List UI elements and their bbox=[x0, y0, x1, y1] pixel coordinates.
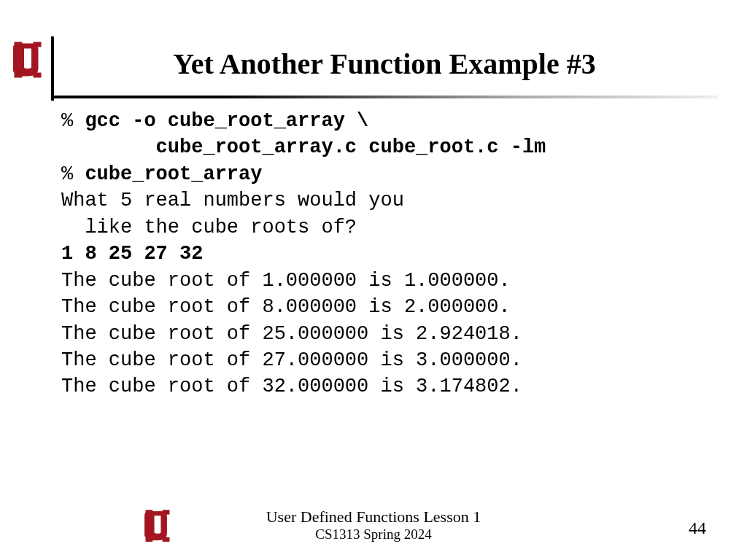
output-line: The cube root of 8.000000 is 2.000000. bbox=[61, 296, 511, 318]
output-line: The cube root of 1.000000 is 1.000000. bbox=[61, 270, 511, 292]
svg-rect-3 bbox=[15, 73, 22, 77]
output-line: What 5 real numbers would you bbox=[61, 190, 404, 211]
cmd-run: cube_root_array bbox=[85, 163, 262, 185]
page-number: 44 bbox=[689, 518, 706, 538]
user-input: 1 8 25 27 32 bbox=[61, 243, 203, 265]
output-line: The cube root of 32.000000 is 3.174802. bbox=[61, 376, 522, 397]
code-block: % gcc -o cube_root_array \ cube_root_arr… bbox=[61, 108, 703, 400]
footer: User Defined Functions Lesson 1 CS1313 S… bbox=[0, 508, 747, 542]
output-line: The cube root of 25.000000 is 2.924018. bbox=[61, 323, 522, 345]
footer-course: CS1313 Spring 2024 bbox=[0, 526, 747, 542]
cmd-gcc-line2: cube_root_array.c cube_root.c -lm bbox=[61, 136, 546, 158]
slide-title: Yet Another Function Example #3 bbox=[51, 47, 718, 81]
title-vertical-rule bbox=[51, 36, 54, 101]
svg-rect-1 bbox=[15, 42, 22, 47]
title-area: Yet Another Function Example #3 bbox=[51, 36, 718, 81]
svg-rect-2 bbox=[34, 42, 41, 47]
cmd-gcc-line1: gcc -o cube_root_array \ bbox=[85, 110, 368, 132]
output-line: The cube root of 27.000000 is 3.000000. bbox=[61, 349, 522, 371]
title-horizontal-rule bbox=[51, 96, 718, 98]
svg-rect-4 bbox=[34, 73, 41, 77]
prompt: % bbox=[61, 163, 85, 185]
ou-logo-top bbox=[13, 41, 42, 83]
footer-title: User Defined Functions Lesson 1 bbox=[0, 508, 747, 526]
output-line: like the cube roots of? bbox=[61, 217, 357, 238]
prompt: % bbox=[61, 110, 85, 132]
slide: Yet Another Function Example #3 % gcc -o… bbox=[0, 0, 747, 560]
